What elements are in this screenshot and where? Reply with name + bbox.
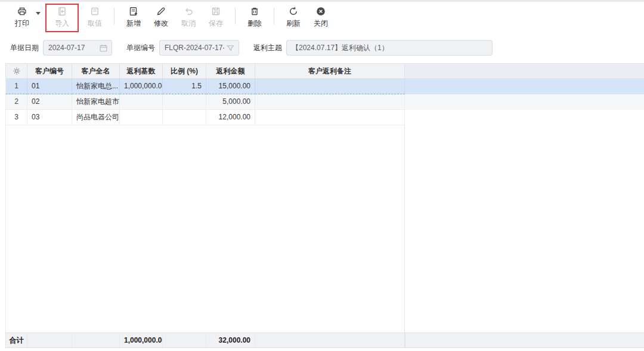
new-document-icon (128, 6, 139, 17)
rebate-table: 客户编号 客户全名 返利基数 比例 (%) 返利金额 客户返利备注 101怡新家… (5, 63, 644, 348)
cell-ratio[interactable] (163, 110, 206, 125)
toolbar-button-label: 刷新 (286, 19, 301, 29)
refresh-button[interactable]: 刷新 (283, 6, 304, 29)
cell-customer-code[interactable]: 01 (27, 79, 72, 94)
footer-cell (163, 333, 206, 347)
table-body: 101怡新家电总...1,000,000.001.515,000.00202怡新… (5, 79, 644, 125)
cell-customer-code[interactable]: 03 (27, 110, 72, 125)
column-header-remark[interactable]: 客户返利备注 (255, 64, 405, 78)
import-button[interactable]: 导入 (51, 6, 73, 29)
docno-value: FLQR-2024-07-17-00001 (165, 44, 224, 52)
save-button[interactable]: 保存 (205, 6, 227, 29)
cell-rebate-amount[interactable]: 15,000.00 (206, 79, 255, 94)
refresh-icon (288, 6, 299, 17)
cell-ratio[interactable]: 1.5 (163, 79, 206, 94)
column-header-customer-code[interactable]: 客户编号 (27, 64, 72, 78)
toolbar-button-label: 取值 (88, 19, 102, 29)
gear-icon (12, 66, 21, 76)
table-empty-area (5, 125, 644, 332)
docno-input[interactable]: FLQR-2024-07-17-00001 (159, 40, 239, 56)
cell-customer-name[interactable]: 尚品电器公司 (72, 110, 120, 125)
footer-cell (27, 333, 72, 347)
modify-button[interactable]: 修改 (150, 6, 172, 29)
import-highlight-box: 导入 (45, 4, 79, 32)
header-filler (405, 64, 644, 78)
toolbar: 打印导入取值新增修改取消保存删除刷新关闭 (0, 2, 644, 35)
cell-rebate-amount[interactable]: 5,000.00 (206, 94, 255, 110)
get-value-button[interactable]: 取值 (84, 6, 106, 29)
cell-customer-name[interactable]: 怡新家电超市 (72, 94, 120, 110)
cell-rebate-amount[interactable]: 12,000.00 (206, 110, 255, 125)
toolbar-button-label: 修改 (154, 19, 168, 29)
cell-rebate-base[interactable] (120, 110, 163, 125)
toolbar-button-label: 导入 (55, 19, 69, 29)
table-right-divider (404, 125, 405, 332)
cell-customer-name[interactable]: 怡新家电总... (72, 79, 120, 94)
print-button[interactable]: 打印 (11, 6, 33, 29)
table-footer-row: 合计 1,000,000.00 32,000.00 (5, 332, 644, 348)
print-button-group: 打印 (8, 6, 43, 29)
close-circle-icon (315, 6, 326, 17)
cell-customer-code[interactable]: 02 (27, 94, 72, 110)
trash-icon (249, 6, 260, 17)
subject-field-label: 返利主题 (253, 43, 282, 53)
cell-remark[interactable] (255, 94, 405, 110)
footer-total-amount: 32,000.00 (206, 333, 255, 347)
table-row[interactable]: 303尚品电器公司12,000.00 (5, 110, 644, 125)
cell-row-number[interactable]: 2 (6, 94, 27, 110)
column-settings-cell[interactable] (6, 64, 27, 78)
toolbar-button-label: 删除 (247, 19, 262, 29)
filter-funnel-icon[interactable] (226, 44, 235, 53)
table-row[interactable]: 101怡新家电总...1,000,000.001.515,000.00 (5, 79, 644, 94)
toolbar-separator (235, 8, 236, 24)
date-input[interactable]: 2024-07-17 (43, 40, 112, 56)
document-form-row: 单据日期 2024-07-17 单据编号 FLQR-2024-07-17-000… (0, 35, 644, 61)
toolbar-button-label: 新增 (126, 19, 141, 29)
cell-remark[interactable] (255, 110, 405, 125)
column-header-rebate-amount[interactable]: 返利金额 (206, 64, 255, 78)
footer-cell (255, 333, 405, 347)
cell-rebate-base[interactable]: 1,000,000.00 (120, 79, 163, 94)
toolbar-separator (114, 8, 114, 24)
column-header-rebate-base[interactable]: 返利基数 (120, 64, 163, 78)
footer-filler (405, 333, 644, 347)
subject-input[interactable]: 【2024.07.17】返利确认（1） (286, 40, 493, 56)
cell-ratio[interactable] (163, 94, 206, 110)
new-button[interactable]: 新增 (123, 6, 144, 29)
cell-remark[interactable] (255, 79, 405, 94)
footer-total-base: 1,000,000.00 (120, 333, 163, 347)
column-header-customer-name[interactable]: 客户全名 (72, 64, 120, 78)
date-field-label: 单据日期 (10, 43, 39, 53)
docno-field-label: 单据编号 (126, 43, 155, 53)
column-header-ratio[interactable]: 比例 (%) (163, 64, 206, 78)
printer-icon (17, 6, 27, 17)
undo-icon (183, 6, 194, 17)
table-header: 客户编号 客户全名 返利基数 比例 (%) 返利金额 客户返利备注 (5, 63, 644, 79)
print-dropdown-caret-icon[interactable] (36, 12, 41, 15)
table-row[interactable]: 202怡新家电超市5,000.00 (5, 94, 644, 110)
cell-row-number[interactable]: 3 (6, 110, 27, 125)
footer-total-label: 合计 (6, 333, 27, 347)
subject-value: 【2024.07.17】返利确认（1） (292, 43, 389, 53)
cell-rebate-base[interactable] (120, 94, 163, 110)
toolbar-separator (274, 8, 274, 24)
cancel-button[interactable]: 取消 (178, 6, 199, 29)
toolbar-button-label: 打印 (15, 19, 29, 29)
rebate-confirmation-window: 打印导入取值新增修改取消保存删除刷新关闭 单据日期 2024-07-17 单据编… (0, 0, 644, 351)
toolbar-button-label: 取消 (181, 19, 196, 29)
delete-button[interactable]: 删除 (244, 6, 265, 29)
toolbar-button-label: 关闭 (314, 19, 328, 29)
calendar-icon[interactable] (99, 44, 108, 53)
pencil-icon (156, 6, 166, 17)
date-value: 2024-07-17 (48, 44, 85, 52)
close-button[interactable]: 关闭 (310, 6, 332, 29)
toolbar-button-label: 保存 (209, 19, 223, 29)
footer-cell (72, 333, 120, 347)
floppy-icon (210, 6, 221, 17)
import-icon (57, 6, 67, 17)
get-value-icon (89, 6, 100, 17)
cell-row-number[interactable]: 1 (6, 79, 27, 94)
